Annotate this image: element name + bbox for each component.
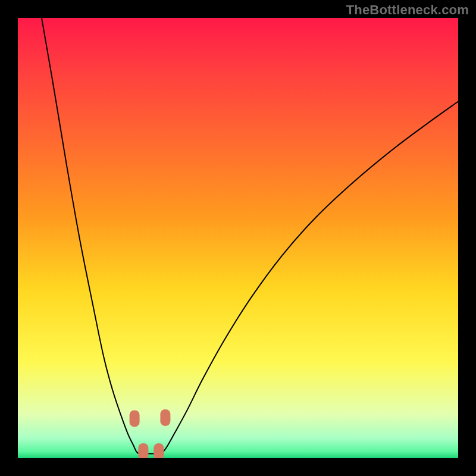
- plot-area: [18, 18, 458, 458]
- knot-marker: [160, 409, 170, 426]
- gradient-bg: [18, 18, 458, 458]
- plot-svg: [18, 18, 458, 458]
- knot-marker: [154, 443, 164, 458]
- watermark-text: TheBottleneck.com: [346, 2, 469, 18]
- knot-marker: [138, 443, 148, 458]
- knot-marker: [130, 410, 140, 427]
- chart-root: TheBottleneck.com: [0, 0, 476, 476]
